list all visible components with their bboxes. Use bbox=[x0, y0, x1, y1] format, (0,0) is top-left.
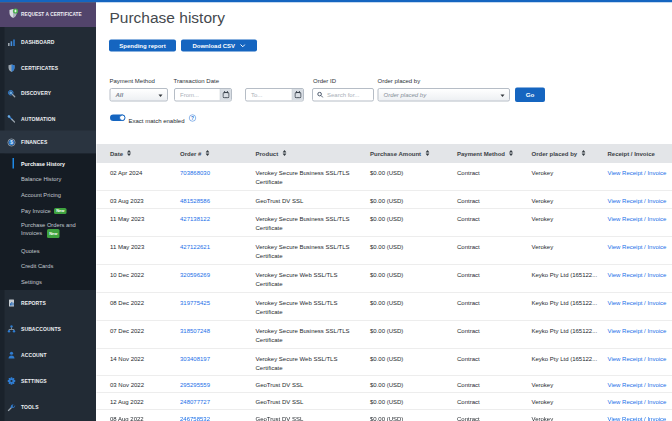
svg-text:$: $ bbox=[10, 140, 13, 145]
